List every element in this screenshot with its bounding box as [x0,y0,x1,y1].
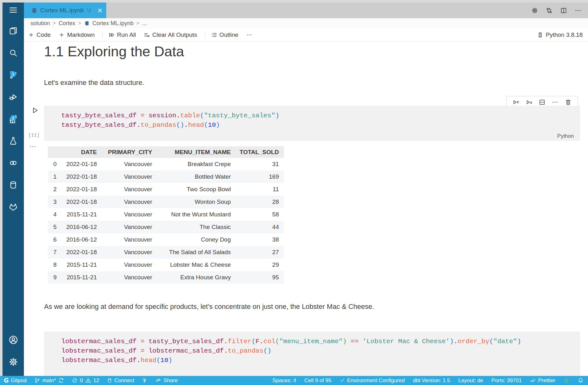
code-line[interactable]: lobstermac_sales_df.head(10) [61,356,580,365]
code-line[interactable]: lobstermac_sales_df = tasty_byte_sales_d… [61,337,580,346]
code-line[interactable]: lobstermac_sales_df = lobstermac_sales_d… [61,346,580,356]
sidebar-item-extensions[interactable]: 2 [3,109,24,129]
menu-button[interactable] [3,3,24,18]
run-all-button[interactable]: Run All [108,31,136,38]
notebook-editor: 1.1 Exploring the Data Let's examine the… [24,42,588,376]
database-icon [8,180,18,190]
environment-indicator[interactable]: Environment Configured [340,377,405,384]
plus-icon [28,32,34,38]
git-branch-indicator[interactable]: main* [34,377,64,384]
settings-gear-icon[interactable] [531,7,538,14]
table-cell: 44 [236,221,284,233]
table-cell: 2022-01-18 [62,183,102,196]
sidebar-item-source-control[interactable]: 1 [3,65,24,85]
power-connect-indicator[interactable] [142,377,148,383]
spaces-indicator[interactable]: Spaces: 4 [272,377,296,384]
table-row: 02022-01-18VancouverBreakfast Crepe31 [48,158,284,170]
timer-indicator[interactable] [563,377,569,383]
execute-above-icon[interactable] [513,99,519,106]
table-row: 42015-11-21VancouverNot the Wurst Mustar… [48,208,284,221]
output-collapse-icon[interactable] [29,143,36,150]
table-cell: Lobster Mac & Cheese [157,259,236,271]
share-icon [155,377,161,383]
cell-position-indicator[interactable]: Cell 9 of 95 [304,377,331,384]
toolbar-more-button[interactable] [246,32,252,38]
delete-cell-icon[interactable] [565,99,572,106]
table-cell: Two Scoop Bowl [157,183,236,196]
code-editor[interactable]: lobstermac_sales_df = tasty_byte_sales_d… [44,332,580,365]
split-editor-icon[interactable] [560,7,567,14]
sidebar-item-run-debug[interactable] [3,87,24,107]
more-actions-icon[interactable] [574,7,582,14]
table-cell: 31 [236,158,284,170]
table-cell: 2015-11-21 [62,259,102,271]
run-debug-icon [8,92,18,102]
check-icon [340,378,345,383]
code-line[interactable]: tasty_byte_sales_df = session.table("tas… [61,111,580,120]
tab-title: Cortex ML.ipynb [40,7,84,14]
sidebar-item-gitlab[interactable] [3,197,24,217]
open-changes-icon[interactable] [546,7,553,14]
cell-language-label[interactable]: Python [557,133,574,139]
split-cell-icon[interactable] [539,99,546,106]
editor-actions [531,3,588,18]
cell-more-actions-icon[interactable] [552,99,558,106]
sidebar-item-testing[interactable] [3,131,24,151]
dbt-version-indicator[interactable]: dbt Version: 1.5 [413,377,450,384]
sidebar-item-search[interactable] [3,43,24,63]
notifications-button[interactable] [578,377,584,383]
execute-below-icon[interactable] [526,99,533,106]
prettier-indicator[interactable]: Prettier [530,377,555,384]
run-cell-button[interactable] [31,106,39,114]
add-code-cell-button[interactable]: Code [28,31,51,38]
outline-icon [211,32,217,38]
table-cell: Vancouver [102,233,157,246]
settings-button[interactable] [3,352,24,372]
window-top-border [0,0,588,3]
layout-indicator[interactable]: Layout: de [458,377,483,384]
sidebar-item-database[interactable] [3,175,24,195]
close-icon[interactable]: × [97,7,103,14]
table-cell: 3 [48,196,62,208]
markdown-heading: 1.1 Exploring the Data [44,43,184,60]
account-button[interactable] [3,330,24,350]
breadcrumb-item-cortex[interactable]: Cortex [58,20,75,27]
problems-indicator[interactable]: 012 [72,377,99,384]
account-icon [8,335,19,345]
tab-cortex-ml[interactable]: Cortex ML.ipynb U × [24,3,106,18]
breadcrumb-item-more[interactable]: ... [142,20,147,27]
table-cell: 27 [236,246,284,259]
share-button[interactable]: Share [155,377,178,384]
table-cell: 2022-01-18 [62,170,102,183]
table-cell: The Salad of All Salads [157,246,236,259]
table-column-header [48,146,62,158]
code-editor[interactable]: tasty_byte_sales_df = session.table("tas… [44,106,580,130]
table-cell: Wonton Soup [157,196,236,208]
code-cell-1[interactable]: tasty_byte_sales_df = session.table("tas… [44,106,580,141]
breadcrumb-item-file[interactable]: Cortex ML.ipynb [92,20,134,27]
chevron-right-icon: > [53,20,56,26]
sidebar-item-remote[interactable] [3,153,24,173]
table-cell: Vancouver [102,208,157,221]
db-connect-button[interactable]: Connect [107,377,134,384]
extensions-icon: 2 [8,114,18,124]
table-column-header: TOTAL_SOLD [236,146,284,158]
table-cell: 9 [48,271,62,284]
kernel-picker[interactable]: Python 3.8.18 [537,31,588,38]
table-row: 72022-01-18VancouverThe Salad of All Sal… [48,246,284,259]
table-column-header: DATE [62,146,102,158]
table-cell: Vancouver [102,183,157,196]
table-row: 92015-11-21VancouverExtra House Gravy95 [48,271,284,284]
window-left-border [0,3,3,376]
outline-button[interactable]: Outline [211,31,238,38]
gitpod-menu[interactable]: GGitpod [4,377,27,384]
add-markdown-cell-button[interactable]: Markdown [58,31,95,38]
breadcrumb-item-solution[interactable]: solution [31,20,50,27]
code-cell-2[interactable]: lobstermac_sales_df = tasty_byte_sales_d… [44,332,580,376]
clear-all-outputs-button[interactable]: Clear All Outputs [144,31,197,38]
sidebar-item-explorer[interactable] [3,21,24,41]
files-icon [8,26,18,36]
code-line[interactable]: tasty_byte_sales_df.to_pandas().head(10) [61,120,580,130]
ports-indicator[interactable]: Ports: 39701 [491,377,522,384]
table-cell: 58 [236,208,284,221]
